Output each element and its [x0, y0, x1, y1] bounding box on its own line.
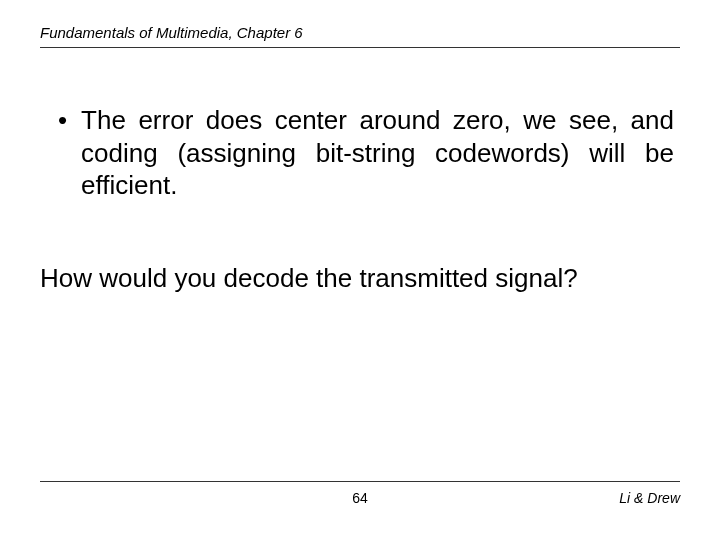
slide-content: • The error does center around zero, we …	[40, 104, 680, 294]
bullet-marker: •	[58, 104, 67, 137]
page-number: 64	[352, 490, 368, 506]
bullet-text: The error does center around zero, we se…	[81, 104, 674, 202]
header-title: Fundamentals of Multimedia	[40, 24, 228, 41]
question-text: How would you decode the transmitted sig…	[40, 262, 680, 295]
footer-authors: Li & Drew	[619, 490, 680, 506]
slide-footer: . 64 Li & Drew	[40, 481, 680, 506]
header-chapter: , Chapter 6	[228, 24, 302, 41]
slide-header: Fundamentals of Multimedia, Chapter 6	[40, 24, 680, 48]
slide-container: Fundamentals of Multimedia, Chapter 6 • …	[0, 0, 720, 540]
bullet-item: • The error does center around zero, we …	[40, 104, 680, 202]
